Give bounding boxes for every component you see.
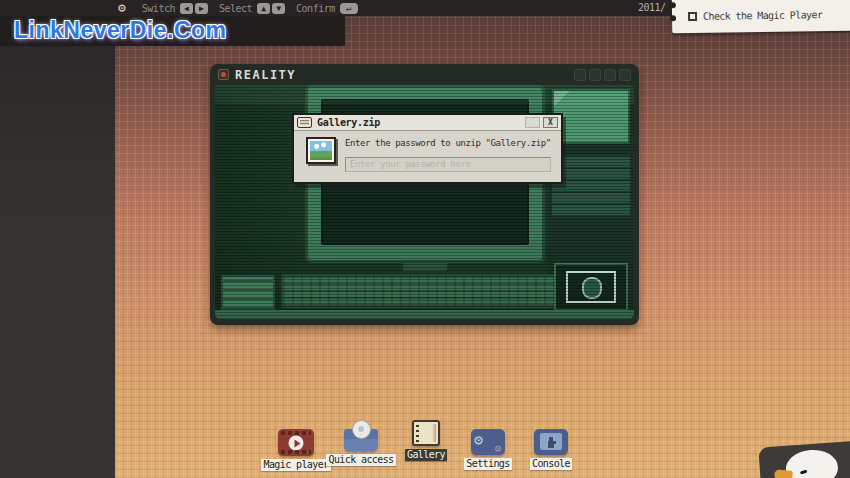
desktop-icon-console[interactable]: Console xyxy=(518,429,584,470)
gallery-album-icon xyxy=(412,420,440,446)
scene-desk-edge xyxy=(215,310,634,319)
record-dot-icon xyxy=(218,69,229,80)
icon-label: Console xyxy=(530,458,572,470)
icon-label-selected: Gallery xyxy=(405,449,447,461)
select-down-key: ▼ xyxy=(272,3,285,14)
scene-floppy-stack xyxy=(221,275,275,311)
scene-drawers xyxy=(552,155,630,217)
scene-monitor-stand xyxy=(403,263,447,271)
image-thumbnail-icon xyxy=(306,137,336,164)
scene-keyboard xyxy=(281,274,569,308)
dialog-message: Enter the password to unzip "Gallery.zip… xyxy=(345,138,553,148)
settings-gears-icon: ⚙ ⚙ xyxy=(471,429,505,455)
game-date: 2011/ xyxy=(638,2,666,13)
gear-glyph: ⚙ xyxy=(474,431,483,449)
folder-flap xyxy=(344,439,378,451)
duck-head xyxy=(785,448,839,478)
watermark-text: LinkNeverDie.Com xyxy=(14,17,227,44)
scene-shelf-panel xyxy=(552,89,630,144)
icon-label: Quick access xyxy=(326,454,395,466)
duck-easter-egg xyxy=(758,440,850,478)
scene-mouse xyxy=(582,277,602,299)
icon-label: Magic player xyxy=(261,459,330,471)
switch-hint-label: Switch xyxy=(142,3,175,14)
magic-player-icon xyxy=(278,429,314,456)
reality-window-title: REALITY xyxy=(235,68,296,82)
console-sprite xyxy=(548,441,554,448)
gear-icon[interactable]: ⚙ xyxy=(118,0,126,16)
task-label: Check the Magic Player xyxy=(703,9,822,22)
scene-mousepad xyxy=(554,263,628,311)
left-letterbox xyxy=(0,0,115,478)
dialog-minimize-button[interactable] xyxy=(525,117,540,128)
desktop-icon-magic-player[interactable]: Magic player xyxy=(263,429,329,471)
console-icon xyxy=(534,429,568,455)
desktop-icon-settings[interactable]: ⚙ ⚙ Settings xyxy=(455,429,521,470)
gallery-zip-dialog: Gallery.zip X Enter the password to unzi… xyxy=(292,113,563,184)
password-input[interactable] xyxy=(345,157,551,172)
dialog-close-button[interactable]: X xyxy=(543,117,558,128)
switch-right-key: ▶ xyxy=(195,3,208,14)
task-checkbox[interactable] xyxy=(688,12,697,21)
screen: ⚙ Switch ◀ ▶ Select ▲ ▼ Confirm ↵ 2011/ … xyxy=(0,0,850,478)
switch-left-key: ◀ xyxy=(180,3,193,14)
gear-glyph-small: ⚙ xyxy=(494,442,501,455)
duck-eye xyxy=(800,470,808,475)
desktop-icon-gallery[interactable]: Gallery xyxy=(393,420,459,461)
task-note: Check the Magic Player xyxy=(672,0,850,33)
dialog-title: Gallery.zip xyxy=(317,117,380,128)
play-icon xyxy=(289,435,304,450)
confirm-hint-label: Confirm xyxy=(296,3,335,14)
enter-key-icon: ↵ xyxy=(340,3,358,14)
zip-file-icon xyxy=(297,117,312,128)
reality-titlebar[interactable]: REALITY xyxy=(210,64,639,85)
dialog-titlebar[interactable]: Gallery.zip X xyxy=(294,115,561,131)
desktop-icon-quick-access[interactable]: Quick access xyxy=(328,422,394,466)
select-hint-label: Select xyxy=(219,3,252,14)
reality-window: REALITY xyxy=(210,64,639,325)
window-control-buttons[interactable] xyxy=(574,69,631,81)
icon-label: Settings xyxy=(464,458,511,470)
select-up-key: ▲ xyxy=(257,3,270,14)
duck-beak xyxy=(774,469,793,478)
quick-access-icon xyxy=(344,429,378,451)
